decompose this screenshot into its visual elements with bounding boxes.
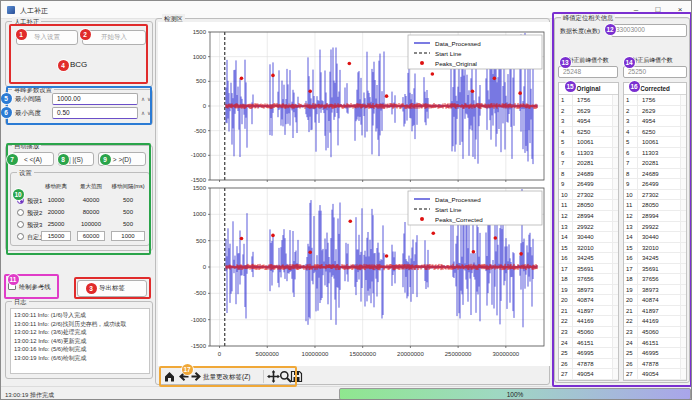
table-scrollbar[interactable] <box>612 127 618 137</box>
step-forward-button[interactable]: > >(D) <box>98 152 146 166</box>
preset-row[interactable]: 预设11000040000500 <box>11 195 151 207</box>
table-row[interactable]: 1027302 <box>624 190 686 201</box>
table-row[interactable]: 11756 <box>559 95 618 106</box>
preset-value[interactable]: 500 <box>107 221 149 227</box>
preset-value[interactable]: 500 <box>107 209 149 215</box>
table-scrollbar[interactable] <box>680 327 686 337</box>
table-row[interactable]: 510061 <box>559 137 618 148</box>
home-icon[interactable] <box>163 370 176 383</box>
table-scrollbar[interactable] <box>612 232 618 242</box>
table-row[interactable]: 2345060 <box>624 327 686 338</box>
min-interval-input[interactable]: 1000.00 <box>52 93 138 105</box>
table-row[interactable]: 2647878 <box>559 359 618 370</box>
table-row[interactable]: 1228994 <box>559 211 618 222</box>
table-scrollbar[interactable] <box>612 338 618 348</box>
table-scrollbar[interactable] <box>680 95 686 105</box>
table-scrollbar[interactable] <box>680 200 686 210</box>
table-row[interactable]: 1532010 <box>624 243 686 254</box>
table-row[interactable]: 11756 <box>624 95 686 106</box>
preset-row[interactable]: 自定义15000600001000 <box>11 231 151 243</box>
table-scrollbar[interactable] <box>612 137 618 147</box>
table-scrollbar[interactable] <box>680 158 686 168</box>
table-row[interactable]: 824689 <box>559 169 618 180</box>
table-scrollbar[interactable] <box>680 127 686 137</box>
table-row[interactable]: 1837656 <box>624 274 686 285</box>
table-scrollbar[interactable] <box>680 264 686 274</box>
table-scrollbar[interactable] <box>612 148 618 158</box>
preset-row[interactable]: 预设325000100000500 <box>11 219 151 231</box>
table-scrollbar[interactable] <box>612 95 618 105</box>
table-row[interactable]: 2446151 <box>624 338 686 349</box>
table-scrollbar[interactable] <box>612 158 618 168</box>
radio-button[interactable] <box>17 209 24 216</box>
table-row[interactable]: 611303 <box>559 148 618 159</box>
table-row[interactable]: 1938973 <box>624 285 686 296</box>
table-scrollbar[interactable] <box>612 359 618 369</box>
close-button[interactable]: × <box>669 1 691 18</box>
table-scrollbar[interactable] <box>612 200 618 210</box>
preset-value[interactable]: 100000 <box>73 221 109 227</box>
table-scrollbar[interactable] <box>612 306 618 316</box>
before-count-value[interactable]: 25248 <box>558 66 618 78</box>
save-icon[interactable] <box>290 370 303 383</box>
log-list[interactable]: 13:00:11 Info: (1/6)导入完成13:00:11 Info: (… <box>10 308 150 374</box>
table-scrollbar[interactable] <box>612 348 618 358</box>
table-scrollbar[interactable] <box>680 106 686 116</box>
table-row[interactable]: 510061 <box>624 137 686 148</box>
table-row[interactable]: 1027302 <box>559 190 618 201</box>
table-scrollbar[interactable] <box>680 232 686 242</box>
table-row[interactable]: 1532010 <box>559 243 618 254</box>
table-row[interactable]: 46250 <box>559 127 618 138</box>
radio-button[interactable] <box>17 221 24 228</box>
table-scrollbar[interactable] <box>612 316 618 326</box>
table-row[interactable]: 926499 <box>624 179 686 190</box>
table-row[interactable]: 720281 <box>559 158 618 169</box>
table-row[interactable]: 1735691 <box>559 264 618 275</box>
table-row[interactable]: 22629 <box>559 106 618 117</box>
table-scrollbar[interactable] <box>612 295 618 305</box>
radio-button[interactable] <box>17 197 24 204</box>
table-scrollbar[interactable] <box>612 190 618 200</box>
table-row[interactable]: 2345060 <box>559 327 618 338</box>
table-scrollbar[interactable] <box>680 295 686 305</box>
pause-button[interactable]: | |(S) <box>58 152 94 166</box>
spinner-up-down-icon[interactable]: ∧∨ <box>141 110 153 116</box>
preset-value[interactable]: 15000 <box>41 231 71 241</box>
table-scrollbar[interactable] <box>680 148 686 158</box>
table-scrollbar[interactable] <box>680 359 686 369</box>
table-row[interactable]: 1634245 <box>624 253 686 264</box>
back-arrow-icon[interactable] <box>177 370 190 383</box>
table-row[interactable]: 2749054 <box>559 369 618 380</box>
table-row[interactable]: 926499 <box>559 179 618 190</box>
table-row[interactable]: 1228994 <box>624 211 686 222</box>
table-row[interactable]: 2244169 <box>559 316 618 327</box>
table-row[interactable]: 2244169 <box>624 316 686 327</box>
table-row[interactable]: 720281 <box>624 158 686 169</box>
step-back-button[interactable]: < <(A) <box>12 152 54 166</box>
table-row[interactable]: 2546995 <box>624 348 686 359</box>
table-row[interactable]: 2141897 <box>624 306 686 317</box>
table-row[interactable]: 1329922 <box>624 222 686 233</box>
table-row[interactable]: 1329922 <box>559 222 618 233</box>
spinner-up-down-icon[interactable]: ∧∨ <box>141 96 153 102</box>
table-scrollbar[interactable] <box>612 264 618 274</box>
preset-value[interactable]: 1000 <box>111 231 145 241</box>
table-scrollbar[interactable] <box>612 222 618 232</box>
table-row[interactable]: 1430440 <box>624 232 686 243</box>
table-row[interactable]: 34954 <box>624 116 686 127</box>
preset-value[interactable]: 20000 <box>37 209 75 215</box>
table-row[interactable]: 1837656 <box>559 274 618 285</box>
table-scrollbar[interactable] <box>612 211 618 221</box>
table-scrollbar[interactable] <box>680 169 686 179</box>
table-row[interactable]: 611303 <box>624 148 686 159</box>
batch-edit-label[interactable]: 批量更改标签(Z) <box>203 373 250 382</box>
table-row[interactable]: 1735691 <box>624 264 686 275</box>
table-row[interactable]: 1128050 <box>624 200 686 211</box>
min-height-input[interactable]: 0.50 <box>52 107 138 119</box>
signal-charts[interactable]: 150010005000-500-1000-1500Data_Processed… <box>158 22 550 366</box>
table-row[interactable]: 2749054 <box>624 369 686 380</box>
preset-value[interactable]: 80000 <box>73 209 109 215</box>
import-settings-button[interactable]: 导入设置 <box>16 30 78 45</box>
preset-value[interactable]: 40000 <box>73 197 109 203</box>
table-scrollbar[interactable] <box>612 285 618 295</box>
